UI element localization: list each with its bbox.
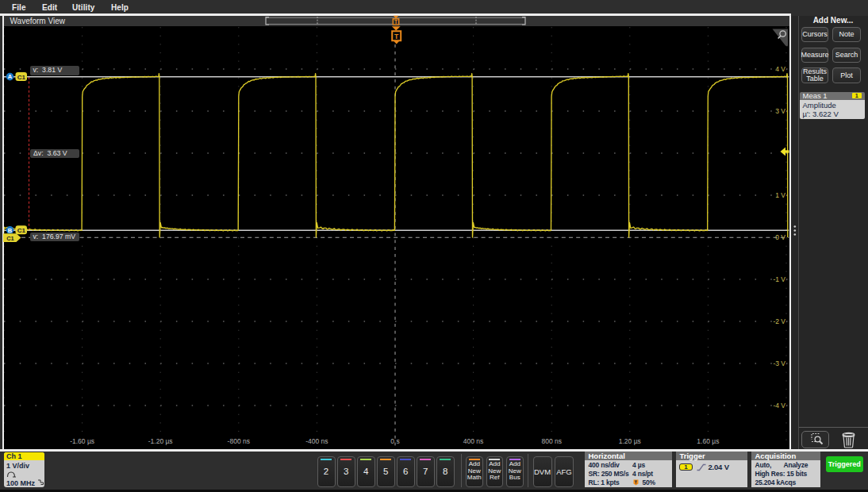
svg-text:T: T [394, 19, 398, 25]
svg-text:A: A [8, 73, 13, 80]
svg-text:C1: C1 [17, 74, 26, 81]
svg-text:C1: C1 [17, 227, 26, 234]
svg-text:C1: C1 [6, 235, 14, 242]
svg-text:B: B [8, 227, 13, 234]
svg-text:T: T [394, 33, 399, 40]
